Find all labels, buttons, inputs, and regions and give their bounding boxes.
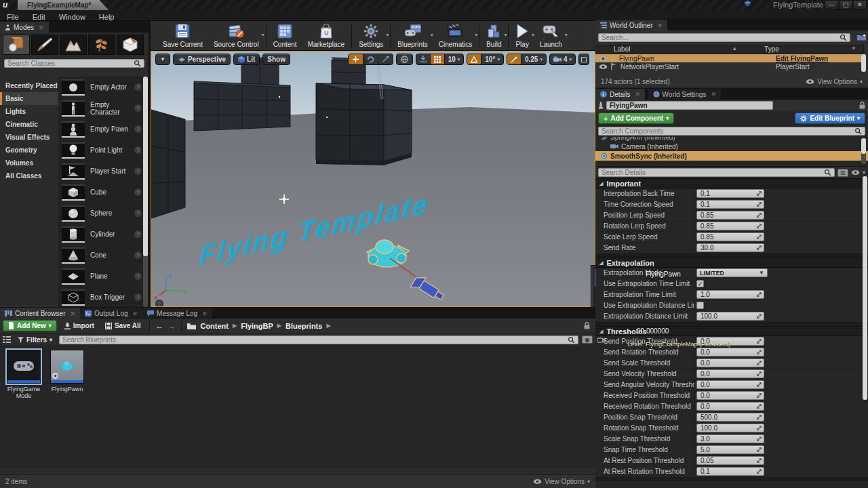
- actor-type[interactable]: PlayerStart: [776, 63, 864, 70]
- property-spinbox[interactable]: 0.0: [696, 359, 764, 367]
- menu-window[interactable]: Window: [52, 12, 92, 22]
- property-spinbox[interactable]: 0.05: [696, 456, 764, 465]
- outliner-view-options[interactable]: View Options▾: [806, 78, 863, 85]
- paint-mode-button[interactable]: [31, 35, 58, 55]
- perspective-button[interactable]: Perspective: [173, 54, 231, 65]
- close-icon[interactable]: ✕: [711, 91, 716, 98]
- maximize-viewport-button[interactable]: [578, 54, 589, 65]
- actor-name-input[interactable]: [610, 102, 770, 109]
- section-header-important[interactable]: ◢Important: [595, 178, 868, 188]
- camera-speed-button[interactable]: 4▾: [550, 54, 575, 64]
- rotate-tool-button[interactable]: [363, 54, 378, 64]
- asset-flyinggame-mode[interactable]: FlyingGame Mode: [5, 350, 42, 468]
- help-icon[interactable]: ?: [134, 209, 142, 217]
- placeable-empty-pawn[interactable]: Empty Pawn?: [58, 119, 149, 140]
- details-scrollbar[interactable]: [863, 176, 867, 400]
- grid-snap-toggle[interactable]: [431, 54, 445, 64]
- placeable-cone[interactable]: Cone?: [58, 245, 149, 266]
- toolbar-save-current-button[interactable]: Save Current: [157, 21, 208, 50]
- landscape-mode-button[interactable]: [60, 35, 87, 55]
- property-spinbox[interactable]: 0.0: [696, 380, 764, 389]
- property-spinbox[interactable]: 100.0: [696, 424, 764, 432]
- minimize-button[interactable]: —: [825, 0, 838, 9]
- lock-icon[interactable]: [584, 322, 590, 329]
- menu-help[interactable]: Help: [92, 12, 121, 22]
- angle-snap-toggle[interactable]: [467, 54, 481, 64]
- foliage-mode-button[interactable]: [88, 35, 115, 55]
- placeable-cube[interactable]: Cube?: [58, 182, 149, 203]
- save-all-button[interactable]: Save All: [102, 322, 144, 329]
- modes-scrollbar[interactable]: [143, 77, 148, 307]
- placeable-cylinder[interactable]: Cylinder?: [58, 224, 149, 245]
- save-search-button[interactable]: ▣: [582, 336, 593, 344]
- breadcrumb-blueprints[interactable]: Blueprints: [285, 322, 322, 330]
- close-icon[interactable]: ✕: [202, 310, 208, 317]
- visibility-eye-icon[interactable]: [595, 64, 610, 70]
- property-spinbox[interactable]: 5.0: [696, 445, 764, 454]
- lock-icon[interactable]: [859, 102, 865, 109]
- help-icon[interactable]: ?: [134, 167, 142, 175]
- category-recently-placed[interactable]: Recently Placed: [0, 79, 58, 92]
- geometry-mode-button[interactable]: [117, 35, 144, 55]
- help-icon[interactable]: ?: [134, 272, 142, 280]
- restore-button[interactable]: ▢: [839, 0, 852, 9]
- breadcrumb-content[interactable]: Content: [200, 322, 229, 330]
- tab-modes[interactable]: Modes ✕: [0, 22, 49, 33]
- components-scrollbar[interactable]: [861, 138, 866, 164]
- move-tool-button[interactable]: [349, 54, 363, 64]
- property-spinbox[interactable]: 30.0: [696, 243, 764, 252]
- dropdown-arrow-icon[interactable]: ▾: [475, 32, 477, 38]
- property-spinbox[interactable]: 0.0: [696, 391, 764, 400]
- property-spinbox[interactable]: 0.1: [696, 200, 764, 209]
- property-spinbox[interactable]: 3.0: [696, 434, 764, 443]
- document-tab[interactable]: FlyingExampleMap*: [18, 0, 108, 10]
- breadcrumb-flyingbp[interactable]: FlyingBP: [241, 322, 273, 330]
- property-checkbox[interactable]: ✓: [696, 280, 704, 287]
- scale-snap-toggle[interactable]: [507, 54, 521, 64]
- tab-content-browser[interactable]: Content Browser✕: [0, 308, 80, 319]
- cb-view-options[interactable]: View Options▾: [533, 478, 590, 485]
- menu-edit[interactable]: Edit: [26, 12, 52, 22]
- toolbar-launch-button[interactable]: Launch▾: [534, 21, 568, 50]
- tab-message-log[interactable]: Message Log✕: [142, 308, 212, 319]
- grid-snap-value[interactable]: 10▾: [445, 54, 464, 64]
- viewport-options-button[interactable]: ▼: [155, 54, 170, 65]
- property-spinbox[interactable]: 0.0: [696, 369, 764, 378]
- component-camera[interactable]: Camera (Inherited): [595, 142, 868, 151]
- placeable-player-start[interactable]: Player Start?: [58, 161, 149, 182]
- category-visual-effects[interactable]: Visual Effects: [0, 131, 58, 144]
- new-folder-icon[interactable]: +: [857, 33, 867, 41]
- search-components-input[interactable]: [601, 127, 854, 135]
- help-icon[interactable]: ?: [134, 293, 142, 301]
- show-button[interactable]: Show: [262, 54, 290, 65]
- help-icon[interactable]: ?: [134, 188, 142, 196]
- tab-world-outliner[interactable]: World Outliner ✕: [595, 20, 667, 31]
- back-button[interactable]: ←: [155, 321, 163, 331]
- sources-panel-icon[interactable]: [3, 336, 11, 344]
- search-details-input[interactable]: [601, 169, 824, 176]
- property-spinbox[interactable]: 0.1: [696, 189, 764, 198]
- toolbar-settings-button[interactable]: Settings▾: [353, 21, 389, 50]
- toolbar-marketplace-button[interactable]: UMarketplace: [302, 21, 350, 50]
- placeable-plane[interactable]: Plane?: [58, 266, 149, 287]
- component-springarm[interactable]: SpringArm (Inherited): [595, 137, 868, 142]
- forward-button[interactable]: →: [167, 321, 176, 331]
- help-icon[interactable]: ?: [134, 83, 142, 91]
- add-component-button[interactable]: +Add Component▾: [598, 113, 674, 124]
- import-button[interactable]: Import: [61, 322, 98, 329]
- help-icon[interactable]: ?: [134, 125, 142, 133]
- category-lights[interactable]: Lights: [0, 105, 58, 118]
- column-label[interactable]: Label: [596, 45, 732, 54]
- outliner-row-networkplayerstart[interactable]: NetworkPlayerStartPlayerStart: [595, 62, 864, 70]
- menu-file[interactable]: File: [0, 12, 26, 22]
- category-basic[interactable]: Basic: [0, 92, 58, 105]
- outliner-row-flyingpawn[interactable]: FlyingPawnEdit FlyingPawn: [595, 54, 864, 62]
- placeable-box-trigger[interactable]: Box Trigger?: [58, 287, 149, 307]
- edit-blueprint-button[interactable]: Edit Blueprint▾: [795, 113, 865, 124]
- sort-asc-icon[interactable]: ▲: [732, 45, 737, 54]
- help-icon[interactable]: ?: [134, 230, 142, 238]
- close-icon[interactable]: ✕: [658, 22, 663, 29]
- category-cinematic[interactable]: Cinematic: [0, 118, 58, 131]
- category-geometry[interactable]: Geometry: [0, 144, 58, 157]
- close-icon[interactable]: ✕: [70, 310, 75, 317]
